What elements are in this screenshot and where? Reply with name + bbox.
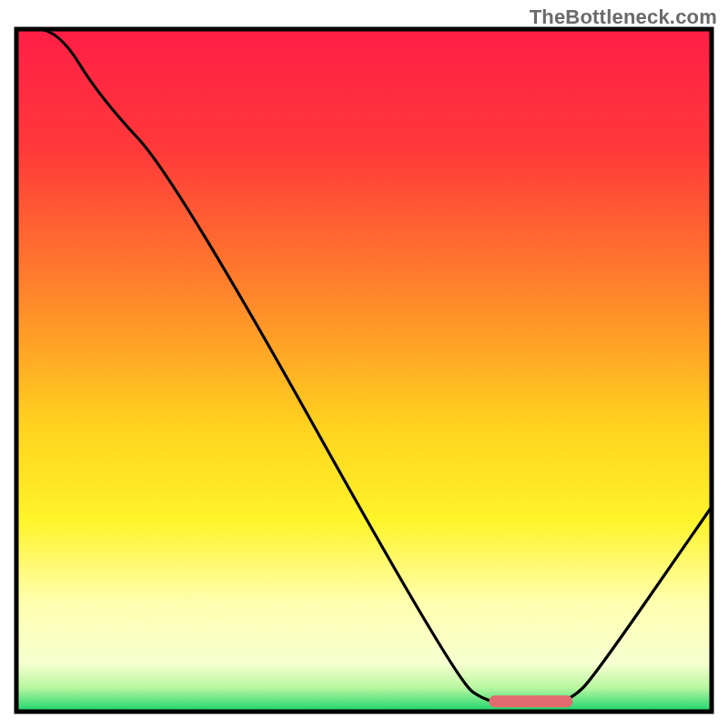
optimal-zone-marker — [490, 695, 573, 707]
watermark-text: TheBottleneck.com — [530, 5, 717, 29]
bottleneck-chart — [0, 0, 728, 728]
chart-container: TheBottleneck.com — [0, 0, 728, 728]
plot-background — [16, 29, 712, 712]
